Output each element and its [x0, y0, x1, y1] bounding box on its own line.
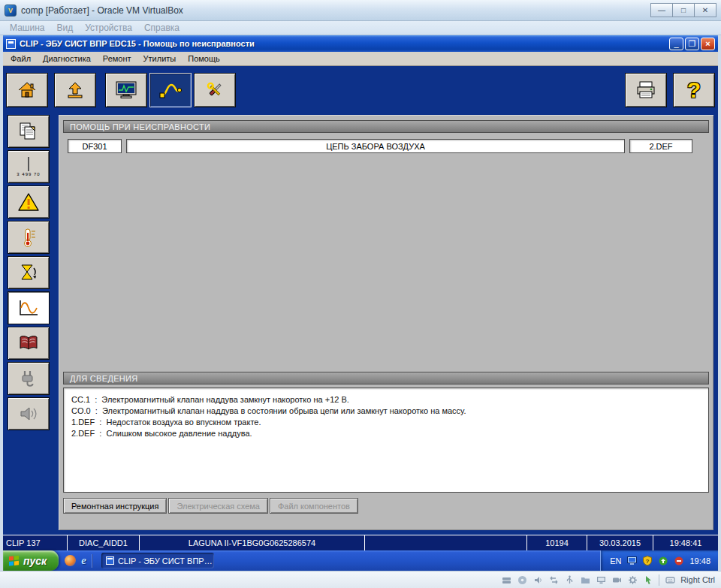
menu-file[interactable]: Файл	[5, 54, 37, 63]
tab-electrical-diagram: Электрическая схема	[168, 498, 268, 514]
sidebar-oscilloscope-button[interactable]	[8, 291, 50, 324]
tab-component-file: Файл компонентов	[270, 498, 358, 514]
internet-explorer-icon[interactable]: e	[81, 554, 86, 567]
print-button[interactable]	[625, 73, 667, 107]
sidebar-connector-button[interactable]	[8, 362, 50, 395]
menu-diagnostics[interactable]: Диагностика	[37, 54, 97, 63]
language-indicator[interactable]: EN	[610, 556, 621, 565]
start-label: пуск	[23, 555, 47, 567]
vbox-menu-machine[interactable]: Машина	[5, 23, 50, 33]
maximize-button[interactable]: □	[672, 3, 695, 17]
sidebar-manual-button[interactable]	[8, 327, 50, 360]
fault-code: DF301	[68, 139, 122, 153]
up-arrow-icon	[65, 80, 86, 100]
sidebar-timed-test-button[interactable]	[8, 256, 50, 289]
status-date: 30.03.2015	[587, 535, 653, 550]
task-window-icon	[106, 556, 114, 565]
menu-utilities[interactable]: Утилиты	[137, 54, 183, 63]
vbox-audio-icon[interactable]	[532, 574, 543, 585]
repair-tools-button[interactable]	[194, 73, 236, 107]
tray-shield-icon[interactable]: ?	[642, 556, 653, 566]
minimize-button[interactable]: —	[650, 3, 673, 17]
menu-repair[interactable]: Ремонт	[97, 54, 137, 63]
back-up-button[interactable]	[54, 73, 96, 107]
vbox-network-icon[interactable]	[548, 574, 559, 585]
windows-flag-icon	[9, 556, 20, 566]
info-line: CO.0 : Электромагнитный клапан наддува в…	[71, 406, 701, 417]
taskbar-task-clip[interactable]: CLIP - ЭБУ СИСТ ВПР…	[101, 553, 214, 568]
app-window-title: CLIP - ЭБУ СИСТ ВПР EDC15 - Помощь по не…	[20, 39, 255, 48]
vbox-menu-view[interactable]: Вид	[51, 23, 78, 33]
menu-help[interactable]: Помощь	[182, 54, 226, 63]
help-icon: ?	[687, 79, 701, 101]
sidebar: 3 499 70	[8, 115, 50, 530]
printer-icon	[635, 80, 657, 100]
task-label: CLIP - ЭБУ СИСТ ВПР…	[118, 556, 213, 565]
vbox-features-icon[interactable]	[627, 574, 638, 585]
virtualbox-logo-icon: V	[5, 5, 17, 17]
bottom-tabs: Ремонтная инструкция Электрическая схема…	[63, 498, 713, 514]
info-header: ДЛЯ СВЕДЕНИЯ	[63, 372, 709, 384]
host-key-icon	[665, 574, 675, 585]
host-key-label: Right Ctrl	[680, 575, 715, 584]
help-button[interactable]: ?	[673, 73, 715, 107]
fault-help-button[interactable]	[149, 73, 192, 107]
close-button[interactable]: ✕	[694, 3, 716, 17]
svg-text:?: ?	[646, 558, 650, 565]
tab-repair-instruction[interactable]: Ремонтная инструкция	[63, 498, 167, 514]
status-time: 19:48:41	[653, 535, 718, 550]
panel-header: ПОМОЩЬ ПРИ НЕИСПРАВНОСТИ	[63, 120, 709, 133]
thermometer-icon	[18, 228, 39, 248]
vbox-optical-disk-icon[interactable]	[517, 574, 527, 585]
sidebar-measurements-button[interactable]	[8, 221, 50, 254]
vbox-menu-devices[interactable]: Устройства	[80, 23, 137, 33]
vbox-shared-folders-icon[interactable]	[580, 574, 590, 585]
parameters-screen-button[interactable]	[105, 73, 147, 107]
xp-taskbar: пуск e CLIP - ЭБУ СИСТ ВПР… EN	[3, 550, 718, 571]
app-statusbar: CLIP 137 DIAC_AIDD1 LAGUNA II-VF1BG0G062…	[3, 535, 718, 550]
vbox-menu-help[interactable]: Справка	[139, 23, 185, 33]
tray-display-icon[interactable]	[626, 556, 637, 566]
info-header-label: ДЛЯ СВЕДЕНИЯ	[70, 374, 137, 383]
vbox-display-icon[interactable]	[596, 574, 606, 585]
barcode-icon	[28, 158, 29, 171]
browser-swirl-icon[interactable]	[65, 555, 76, 566]
tray-update-icon[interactable]	[658, 556, 668, 566]
speaker-icon	[18, 404, 39, 424]
probe-cable-icon	[158, 80, 183, 100]
fault-status: 2.DEF	[629, 139, 692, 153]
status-tool-version: CLIP 137	[3, 535, 68, 550]
app-maximize-button[interactable]: ❐	[685, 38, 699, 50]
vbox-usb-icon[interactable]	[564, 574, 575, 585]
sidebar-documents-button[interactable]	[8, 115, 50, 148]
plug-icon	[18, 369, 39, 388]
book-icon	[17, 333, 40, 353]
tools-icon	[204, 80, 226, 100]
sidebar-barcode-button[interactable]: 3 499 70	[8, 150, 50, 183]
taskbar-clock: 19:48	[689, 556, 710, 565]
app-close-button[interactable]: ×	[701, 38, 715, 50]
hourglass-icon	[18, 263, 39, 282]
app-minimize-button[interactable]: _	[669, 38, 683, 50]
fault-row: DF301 ЦЕПЬ ЗАБОРА ВОЗДУХА 2.DEF	[68, 139, 692, 153]
tray-safety-icon[interactable]	[674, 556, 684, 566]
sidebar-audio-button[interactable]	[8, 397, 50, 430]
fault-description: ЦЕПЬ ЗАБОРА ВОЗДУХА	[126, 139, 625, 153]
start-button[interactable]: пуск	[3, 550, 59, 571]
vbox-menubar: Машина Вид Устройства Справка	[0, 21, 721, 35]
vbox-mouse-integration-icon[interactable]	[643, 574, 653, 585]
vbox-window-title: comp [Работает] - Oracle VM VirtualBox	[21, 5, 183, 16]
sidebar-fault-warning-button[interactable]	[8, 185, 50, 219]
vbox-recording-icon[interactable]	[611, 574, 622, 585]
status-empty-cell	[365, 535, 527, 550]
info-line: 1.DEF : Недостаток воздуха во впускном т…	[71, 417, 701, 428]
warning-icon	[17, 192, 40, 213]
vbox-titlebar: V comp [Работает] - Oracle VM VirtualBox…	[0, 0, 721, 21]
status-module: DIAC_AIDD1	[68, 535, 140, 550]
clip-app-window: CLIP - ЭБУ СИСТ ВПР EDC15 - Помощь по не…	[3, 35, 718, 550]
home-button[interactable]	[6, 73, 48, 107]
app-titlebar: CLIP - ЭБУ СИСТ ВПР EDC15 - Помощь по не…	[3, 35, 718, 52]
status-vehicle-vin: LAGUNA II-VF1BG0G0625286574	[140, 535, 365, 550]
monitor-waveform-icon	[115, 80, 137, 100]
vbox-hdd-icon[interactable]	[501, 574, 511, 585]
